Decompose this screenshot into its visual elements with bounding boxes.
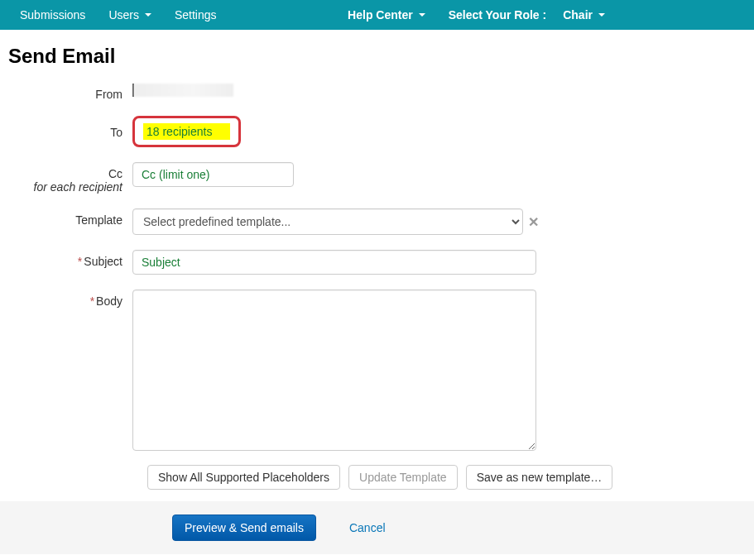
- save-new-template-button[interactable]: Save as new template…: [466, 465, 613, 490]
- cc-input[interactable]: [132, 162, 294, 187]
- nav-user-1[interactable]: [617, 4, 681, 26]
- role-dropdown[interactable]: Chair: [551, 2, 617, 28]
- show-placeholders-button[interactable]: Show All Supported Placeholders: [147, 465, 340, 490]
- row-template: Template Select predefined template... ✕: [8, 208, 746, 235]
- from-value: [132, 83, 233, 97]
- cc-label: Cc: [108, 167, 122, 180]
- body-label-col: *Body: [8, 290, 132, 308]
- nav-right: Help Center Select Your Role : Chair: [336, 2, 746, 28]
- from-label: From: [8, 83, 132, 101]
- row-cc: Cc for each recipient: [8, 162, 746, 194]
- role-dropdown-value: Chair: [563, 8, 593, 22]
- to-label: To: [8, 116, 132, 139]
- nav-users[interactable]: Users: [97, 2, 163, 28]
- to-recipients-link[interactable]: 18 recipients: [143, 123, 230, 140]
- body-textarea[interactable]: [132, 290, 536, 451]
- subject-label: Subject: [84, 255, 122, 268]
- nav-help-center[interactable]: Help Center: [336, 2, 437, 28]
- navbar: Submissions Users Settings Help Center S…: [0, 0, 754, 30]
- row-to: To 18 recipients: [8, 116, 746, 147]
- template-buttons-row: Show All Supported Placeholders Update T…: [147, 465, 746, 490]
- subject-label-col: *Subject: [8, 250, 132, 268]
- select-role-label: Select Your Role :: [437, 2, 552, 28]
- preview-send-button[interactable]: Preview & Send emails: [172, 515, 316, 541]
- nav-help-center-label: Help Center: [348, 8, 413, 22]
- caret-down-icon: [419, 13, 425, 17]
- nav-users-label: Users: [108, 8, 139, 22]
- subject-input[interactable]: [132, 250, 536, 275]
- nav-settings[interactable]: Settings: [163, 2, 228, 28]
- nav-settings-label: Settings: [175, 8, 217, 22]
- required-asterisk: *: [78, 255, 82, 268]
- caret-down-icon: [598, 13, 605, 17]
- to-recipients-box[interactable]: 18 recipients: [132, 116, 241, 147]
- body-label: Body: [96, 294, 122, 308]
- cancel-link[interactable]: Cancel: [349, 521, 386, 534]
- row-body: *Body: [8, 290, 746, 453]
- nav-submissions-label: Submissions: [20, 8, 85, 22]
- cc-label-col: Cc for each recipient: [8, 162, 132, 194]
- page-title: Send Email: [8, 45, 746, 68]
- template-label: Template: [8, 208, 132, 227]
- required-asterisk: *: [90, 294, 94, 308]
- nav-user-2[interactable]: [681, 4, 746, 26]
- row-from: From: [8, 83, 746, 101]
- caret-down-icon: [145, 13, 151, 17]
- row-subject: *Subject: [8, 250, 746, 275]
- update-template-button: Update Template: [348, 465, 458, 490]
- nav-left: Submissions Users Settings: [8, 2, 228, 28]
- template-select[interactable]: Select predefined template...: [132, 208, 523, 235]
- cc-sublabel: for each recipient: [8, 180, 122, 194]
- nav-submissions[interactable]: Submissions: [8, 2, 97, 28]
- footer-bar: Preview & Send emails Cancel: [0, 501, 754, 554]
- page-body: Send Email From To 18 recipients Cc for …: [0, 30, 754, 490]
- clear-template-icon[interactable]: ✕: [528, 214, 539, 230]
